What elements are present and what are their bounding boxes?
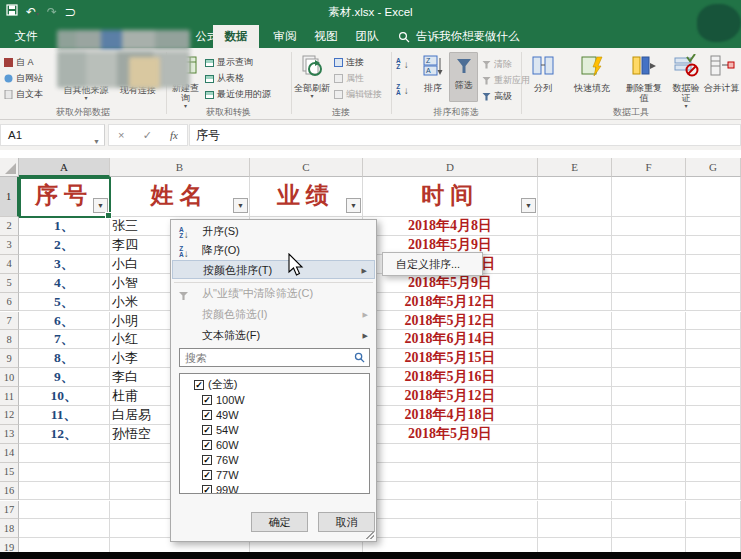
cell[interactable]: [686, 349, 741, 368]
row-header-1[interactable]: 1: [0, 177, 19, 217]
cell[interactable]: [686, 519, 741, 538]
cell[interactable]: [686, 501, 741, 520]
filter-dropdown-button-d[interactable]: ▼: [521, 198, 536, 213]
cell[interactable]: [612, 177, 686, 217]
cell-date[interactable]: 2018年5月9日: [363, 425, 538, 444]
checkbox-checked-icon[interactable]: ✓: [202, 440, 212, 450]
tab-team[interactable]: 团队: [346, 25, 388, 48]
from-text-button[interactable]: 自文本: [4, 88, 43, 101]
filter-value-item[interactable]: ✓49W: [202, 407, 369, 422]
cell[interactable]: [538, 406, 612, 425]
filter-value-item[interactable]: ✓99W: [202, 482, 369, 494]
cell-seq[interactable]: [19, 501, 110, 520]
cell-b1-header[interactable]: 姓名: [110, 177, 250, 217]
filter-button-active[interactable]: 筛选: [449, 52, 478, 102]
cell-date[interactable]: [363, 463, 538, 482]
cell-seq[interactable]: 5、: [19, 293, 110, 312]
row-header-14[interactable]: 14: [0, 444, 19, 463]
cell-seq[interactable]: 1、: [19, 217, 110, 236]
cell[interactable]: [686, 312, 741, 331]
row-header-18[interactable]: 18: [0, 519, 19, 538]
cell[interactable]: [686, 236, 741, 255]
cell[interactable]: [612, 406, 686, 425]
filter-search-box[interactable]: 搜索: [179, 348, 370, 367]
row-header-12[interactable]: 12: [0, 406, 19, 425]
column-header-F[interactable]: F: [612, 158, 686, 177]
cell[interactable]: [538, 425, 612, 444]
cell-seq[interactable]: 12、: [19, 425, 110, 444]
filter-value-item[interactable]: ✓77W: [202, 467, 369, 482]
flash-fill-button[interactable]: 快速填充: [566, 54, 618, 93]
tab-view[interactable]: 视图: [305, 25, 347, 48]
cell-date[interactable]: 2018年4月18日: [363, 406, 538, 425]
cell[interactable]: [538, 312, 612, 331]
cell-seq[interactable]: 6、: [19, 312, 110, 331]
cell[interactable]: [686, 368, 741, 387]
show-queries-button[interactable]: 显示查询: [205, 56, 253, 69]
advanced-filter-button[interactable]: 高级: [482, 90, 512, 103]
cell[interactable]: [686, 274, 741, 293]
row-header-6[interactable]: 6: [0, 293, 19, 312]
cell-seq[interactable]: 3、: [19, 255, 110, 274]
cell-date[interactable]: 2018年5月12日: [363, 293, 538, 312]
refresh-all-button[interactable]: 全部刷新 ▾: [294, 54, 330, 99]
cell-seq[interactable]: 10、: [19, 387, 110, 406]
cell[interactable]: [612, 255, 686, 274]
row-header-7[interactable]: 7: [0, 312, 19, 331]
cell[interactable]: [538, 217, 612, 236]
menu-sort-descending[interactable]: ZA↓ 降序(O): [172, 241, 375, 260]
ok-button[interactable]: 确定: [251, 512, 308, 532]
cell[interactable]: [612, 463, 686, 482]
filter-value-item[interactable]: ✓76W: [202, 452, 369, 467]
cell-seq[interactable]: [19, 444, 110, 463]
formula-input[interactable]: 序号: [189, 124, 741, 146]
name-box-arrow-icon[interactable]: ▼: [93, 132, 100, 152]
column-header-G[interactable]: G: [686, 158, 741, 177]
cell[interactable]: [612, 274, 686, 293]
cell[interactable]: [538, 444, 612, 463]
row-header-8[interactable]: 8: [0, 330, 19, 349]
row-header-11[interactable]: 11: [0, 387, 19, 406]
cell[interactable]: [612, 387, 686, 406]
row-header-13[interactable]: 13: [0, 425, 19, 444]
cell-date[interactable]: 2018年5月15日: [363, 349, 538, 368]
cell[interactable]: [686, 293, 741, 312]
row-header-10[interactable]: 10: [0, 368, 19, 387]
cell-seq[interactable]: 8、: [19, 349, 110, 368]
text-to-columns-button[interactable]: 分列: [526, 54, 560, 93]
cell-d1-header[interactable]: 时间: [363, 177, 538, 217]
tab-review[interactable]: 审阅: [264, 25, 306, 48]
row-header-3[interactable]: 3: [0, 236, 19, 255]
tab-data[interactable]: 数据: [213, 25, 259, 48]
recent-sources-button[interactable]: 最近使用的源: [205, 88, 271, 101]
cell[interactable]: [538, 330, 612, 349]
checkbox-checked-icon[interactable]: ✓: [202, 470, 212, 480]
row-header-16[interactable]: 16: [0, 482, 19, 501]
checkbox-checked-icon[interactable]: ✓: [194, 380, 204, 390]
cell-date[interactable]: [363, 444, 538, 463]
cell[interactable]: [686, 255, 741, 274]
cell-seq[interactable]: 7、: [19, 330, 110, 349]
row-header-5[interactable]: 5: [0, 274, 19, 293]
cell[interactable]: [686, 387, 741, 406]
cell[interactable]: [538, 177, 612, 217]
cell[interactable]: [612, 425, 686, 444]
column-header-A[interactable]: A: [19, 158, 110, 177]
filter-dropdown-button-a[interactable]: ▼: [93, 198, 108, 213]
cell-date[interactable]: [363, 482, 538, 501]
tab-file[interactable]: 文件: [4, 25, 48, 48]
enter-entry-icon[interactable]: ✓: [143, 129, 152, 142]
filter-value-item[interactable]: ✓54W: [202, 422, 369, 437]
cell[interactable]: [538, 255, 612, 274]
cancel-button[interactable]: 取消: [318, 512, 375, 532]
sort-button[interactable]: ZA 排序: [418, 54, 448, 93]
cell-seq[interactable]: [19, 463, 110, 482]
cell-date[interactable]: 2018年4月8日: [363, 217, 538, 236]
cell[interactable]: [538, 368, 612, 387]
checkbox-checked-icon[interactable]: ✓: [202, 410, 212, 420]
tell-me-box[interactable]: 告诉我你想要做什么: [398, 25, 520, 48]
data-validation-button[interactable]: 数据验证 ▾: [668, 54, 704, 109]
cell[interactable]: [538, 293, 612, 312]
sort-az-button[interactable]: AZ↓: [396, 58, 409, 70]
cell[interactable]: [612, 293, 686, 312]
